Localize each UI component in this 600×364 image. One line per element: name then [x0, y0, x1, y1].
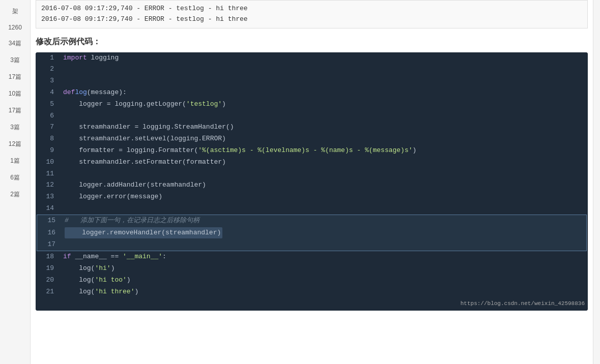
code-line-10: 10 streamhandler.setFormatter(formatter)	[36, 157, 588, 168]
right-sidebar	[593, 0, 600, 364]
highlight-box: 15 # 添加下面一句，在记录日志之后移除句柄 16 logger.remove…	[37, 215, 587, 251]
sidebar-item-6[interactable]: 17篇	[0, 104, 30, 117]
code-line-17: 17	[37, 239, 586, 251]
code-line-6: 6	[36, 110, 588, 122]
sidebar-item-9[interactable]: 1篇	[0, 155, 30, 167]
code-line-5: 5 logger = logging.getLogger('testlog')	[36, 99, 588, 110]
sidebar-item-10[interactable]: 6篇	[0, 171, 30, 184]
code-line-19: 19 log('hi')	[36, 263, 588, 275]
code-block: 1 import logging 2 3 4 def log(message):…	[36, 52, 588, 311]
left-sidebar: 架 1260 34篇 3篇 17篇 10篇 17篇 3篇 12篇 1篇 6篇 2…	[0, 0, 31, 364]
code-line-21: 21 log('hi three')	[36, 286, 588, 298]
sidebar-item-0[interactable]: 架	[0, 5, 30, 18]
code-line-11: 11	[36, 168, 588, 180]
section-heading: 修改后示例代码：	[36, 37, 588, 47]
code-line-13: 13 logger.error(message)	[36, 191, 588, 203]
sidebar-item-4[interactable]: 17篇	[0, 71, 30, 83]
watermark: https://blog.csdn.net/weixin_42598836	[36, 297, 588, 311]
code-line-2: 2	[36, 64, 588, 75]
sidebar-item-11[interactable]: 2篇	[0, 188, 30, 201]
sidebar-item-8[interactable]: 12篇	[0, 138, 30, 150]
main-content: 2016-07-08 09:17:29,740 - ERROR - testlo…	[31, 0, 593, 364]
sidebar-item-3[interactable]: 3篇	[0, 54, 30, 67]
code-line-20: 20 log('hi too')	[36, 275, 588, 286]
code-line-1: 1 import logging	[36, 52, 588, 64]
code-line-9: 9 formatter = logging.Formatter('%(ascti…	[36, 145, 588, 157]
sidebar-item-1[interactable]: 1260	[0, 22, 30, 33]
code-line-16: 16 logger.removeHandler(streamhandler)	[37, 227, 586, 239]
code-line-14: 14	[36, 203, 588, 215]
code-line-12: 12 logger.addHandler(streamhandler)	[36, 179, 588, 191]
code-line-8: 8 streamhandler.setLevel(logging.ERROR)	[36, 133, 588, 145]
code-line-7: 7 streamhandler = logging.StreamHandler(…	[36, 122, 588, 133]
code-line-4: 4 def log(message):	[36, 87, 588, 99]
code-line-15: 15 # 添加下面一句，在记录日志之后移除句柄	[37, 215, 586, 227]
code-line-18: 18 if __name__ == '__main__':	[36, 251, 588, 263]
code-line-3: 3	[36, 75, 588, 87]
sidebar-item-5[interactable]: 10篇	[0, 87, 30, 100]
sidebar-item-2[interactable]: 34篇	[0, 37, 30, 50]
log-line-2: 2016-07-08 09:17:29,740 - ERROR - testlo…	[41, 14, 582, 25]
log-output-box: 2016-07-08 09:17:29,740 - ERROR - testlo…	[36, 0, 588, 28]
log-line-1: 2016-07-08 09:17:29,740 - ERROR - testlo…	[41, 4, 582, 14]
sidebar-item-7[interactable]: 3篇	[0, 121, 30, 134]
